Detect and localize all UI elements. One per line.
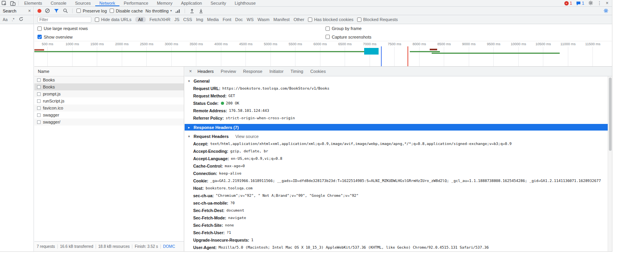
network-conditions-icon[interactable] — [174, 8, 181, 14]
inspect-element-icon[interactable] — [0, 0, 9, 6]
resource-type-filter[interactable]: Img — [196, 17, 203, 22]
filter-funnel-icon[interactable] — [53, 8, 59, 14]
close-details-icon[interactable]: × — [187, 69, 194, 74]
record-button[interactable] — [37, 9, 41, 13]
disable-cache-checkbox[interactable]: Disable cache — [110, 9, 143, 13]
match-case-toggle[interactable]: Aa — [3, 18, 7, 22]
details-tab[interactable]: Headers — [194, 67, 217, 76]
hide-data-urls-checkbox[interactable]: Hide data URLs — [95, 17, 132, 22]
export-har-icon[interactable] — [198, 8, 204, 14]
request-headers-items: Accept: text/html,application/xhtml+xml,… — [185, 140, 608, 251]
request-row[interactable]: Books — [34, 76, 184, 83]
name-column-header[interactable]: Name — [34, 67, 184, 76]
request-row[interactable]: runScript.js — [34, 97, 184, 104]
options-row-1: Use large request rows Group by frame — [34, 24, 612, 33]
search-icon[interactable] — [62, 8, 68, 14]
issue-count: 1 — [582, 1, 584, 5]
resource-type-filter[interactable]: WS — [247, 17, 254, 22]
resource-type-filter[interactable]: Media — [207, 17, 219, 22]
resource-type-filter[interactable]: Doc — [235, 17, 243, 22]
main-tabs: Elements Console Sources Network Perform… — [20, 0, 260, 6]
show-overview-checkbox[interactable]: Show overview — [37, 35, 73, 39]
request-row[interactable]: Books — [34, 83, 184, 90]
header-row: Connection: keep-alive — [185, 170, 608, 177]
main-tab[interactable]: Application — [177, 0, 206, 6]
close-search-icon[interactable]: × — [28, 8, 31, 14]
main-tab[interactable]: Performance — [119, 0, 153, 6]
details-tab[interactable]: Cookies — [307, 67, 329, 76]
overview-bar — [410, 51, 440, 52]
throttling-select[interactable]: No throttling ▾ — [146, 9, 172, 13]
checkbox-box — [76, 9, 81, 13]
preserve-log-label: Preserve log — [83, 9, 107, 13]
main-tab[interactable]: Memory — [153, 0, 177, 6]
filter-all-pill[interactable]: All — [135, 17, 146, 22]
refresh-icon[interactable] — [19, 17, 23, 22]
main-tab[interactable]: Security — [206, 0, 230, 6]
close-devtools-icon[interactable]: × — [606, 1, 608, 5]
main-tab[interactable]: Console — [46, 0, 71, 6]
device-toolbar-icon[interactable] — [9, 0, 17, 6]
header-value: bookstore.toolsqa.com — [206, 186, 253, 190]
has-blocked-cookies-checkbox[interactable]: Has blocked cookies — [308, 17, 354, 22]
request-row[interactable]: swagger/ — [34, 118, 184, 125]
request-row[interactable]: swagger — [34, 111, 184, 118]
header-row: Sec-Fetch-User: ?1 — [185, 229, 608, 236]
network-settings-gear-icon[interactable] — [603, 8, 609, 14]
overview-bar — [432, 53, 560, 54]
kebab-menu-icon[interactable]: ⋮ — [597, 1, 602, 5]
details-tab[interactable]: Preview — [217, 67, 240, 76]
network-toolbar: Preserve log Disable cache No throttling… — [34, 7, 612, 15]
response-headers-section-header[interactable]: ▸ Response Headers (7) — [185, 124, 608, 131]
group-by-frame-checkbox[interactable]: Group by frame — [326, 26, 361, 31]
summary-item: 16.6 kB transferred — [58, 244, 96, 249]
main-tab[interactable]: Sources — [71, 0, 95, 6]
general-section-header[interactable]: ▾ General — [185, 77, 608, 85]
request-list-panel: Name Books Books promp — [34, 67, 184, 251]
header-row: Sec-Fetch-Mode: navigate — [185, 214, 608, 221]
checkbox-box — [308, 18, 312, 22]
network-overview-band[interactable]: 500 ms1000 ms1500 ms2000 ms2500 ms3000 m… — [34, 41, 612, 67]
overview-bar — [364, 48, 379, 55]
request-row[interactable]: prompt.js — [34, 90, 184, 97]
search-panel-header[interactable]: Search × — [0, 7, 34, 15]
resource-type-filter[interactable]: CSS — [183, 17, 192, 22]
details-tab[interactable]: Timing — [287, 67, 307, 76]
details-tab[interactable]: Response — [240, 67, 266, 76]
resource-type-filter[interactable]: Wasm — [258, 17, 270, 22]
regex-toggle[interactable]: .* — [12, 18, 14, 22]
general-section-title: General — [194, 79, 210, 83]
options-row-2: Show overview Capture screenshots — [34, 33, 612, 41]
main-tab[interactable]: Network — [95, 0, 119, 6]
error-count-badge[interactable]: × 1 — [564, 1, 572, 5]
error-count: 1 — [570, 1, 572, 5]
main-tab[interactable]: Elements — [20, 0, 46, 6]
details-scrollbar[interactable] — [608, 76, 612, 251]
scrollbar-thumb[interactable] — [609, 78, 612, 151]
main-tab[interactable]: Lighthouse — [230, 0, 260, 6]
throttling-value: No throttling — [146, 9, 169, 13]
request-headers-section-header[interactable]: ▾ Request Headers View source — [185, 132, 608, 140]
preserve-log-checkbox[interactable]: Preserve log — [76, 9, 107, 13]
resource-type-filter[interactable]: Manifest — [274, 17, 290, 22]
request-row[interactable]: favicon.ico — [34, 104, 184, 111]
resource-type-filter[interactable]: Font — [222, 17, 231, 22]
details-tab[interactable]: Initiator — [266, 67, 287, 76]
capture-screenshots-checkbox[interactable]: Capture screenshots — [326, 35, 372, 39]
blocked-requests-checkbox[interactable]: Blocked Requests — [357, 17, 398, 22]
clear-icon[interactable] — [44, 8, 50, 14]
details-tab-label: Cookies — [310, 69, 326, 74]
resource-type-filter[interactable]: JS — [174, 17, 180, 22]
settings-gear-icon[interactable] — [588, 0, 593, 6]
use-large-request-rows-checkbox[interactable]: Use large request rows — [37, 26, 88, 31]
import-har-icon[interactable] — [189, 8, 195, 14]
resource-type-filter[interactable]: Fetch/XHR — [149, 17, 171, 22]
resource-type-filter[interactable]: Other — [294, 17, 304, 22]
header-name: Host: — [193, 186, 204, 191]
issues-badge[interactable]: 1 — [576, 1, 584, 5]
view-source-link[interactable]: View source — [235, 134, 259, 139]
name-column-label: Name — [38, 69, 49, 74]
tabbar-right-controls: × 1 1 ⋮ × — [564, 0, 612, 6]
toolbar-divider — [185, 9, 185, 13]
filter-input[interactable] — [37, 17, 91, 23]
